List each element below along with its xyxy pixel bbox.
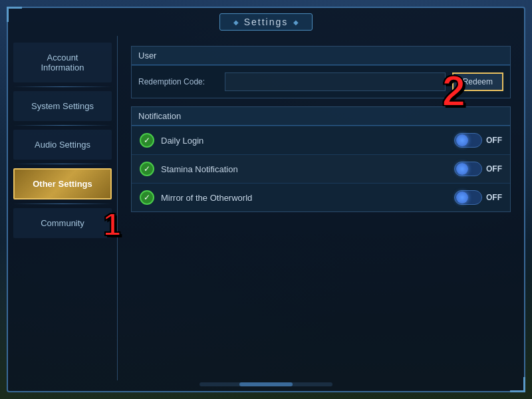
sidebar-item-label: Audio Settings	[35, 140, 90, 150]
sidebar-item-account-information[interactable]: AccountInformation	[13, 43, 112, 82]
scrollbar-thumb[interactable]	[239, 382, 293, 386]
sidebar-item-label: System Settings	[31, 101, 94, 111]
stamina-toggle-state: OFF	[486, 164, 502, 174]
stamina-toggle[interactable]: OFF	[454, 162, 502, 176]
sidebar-item-community[interactable]: Community	[13, 208, 112, 238]
scrollbar-track	[200, 382, 332, 386]
sidebar-divider-3	[13, 164, 112, 164]
sidebar-item-label: Other Settings	[33, 179, 92, 189]
toggle-knob-stamina	[456, 163, 468, 175]
toggle-switch-daily-login[interactable]	[454, 133, 482, 148]
user-section-label: User	[138, 51, 156, 61]
redemption-row: Redemption Code: Redeem	[132, 65, 510, 98]
check-icon-stamina: ✓	[140, 162, 154, 176]
sidebar-item-label: AccountInformation	[41, 53, 84, 72]
sidebar-divider-4	[13, 203, 112, 204]
user-section-header: User	[132, 47, 510, 65]
sidebar-item-other-settings[interactable]: Other Settings	[13, 168, 112, 200]
title-bar: Settings	[8, 8, 524, 36]
notification-section: Notification ✓ Daily Login OFF	[131, 106, 511, 212]
sidebar-item-label: Community	[41, 218, 84, 228]
daily-login-label: Daily Login	[161, 136, 454, 146]
bottom-bar	[8, 380, 524, 391]
main-content: User Redemption Code: Redeem Notificatio…	[118, 36, 524, 380]
toggle-switch-mirror[interactable]	[454, 190, 482, 205]
redemption-code-label: Redemption Code:	[138, 77, 218, 86]
notification-section-header: Notification	[132, 107, 510, 126]
redeem-button[interactable]: Redeem	[452, 72, 503, 91]
redemption-code-input[interactable]	[225, 72, 446, 91]
mirror-toggle[interactable]: OFF	[454, 190, 502, 205]
checkmark-icon: ✓	[144, 164, 150, 174]
toggle-switch-stamina[interactable]	[454, 162, 482, 176]
checkmark-icon: ✓	[144, 136, 150, 145]
user-section: User Redemption Code: Redeem	[131, 46, 511, 98]
checkmark-icon: ✓	[144, 193, 150, 202]
sidebar-item-system-settings[interactable]: System Settings	[13, 91, 112, 121]
check-icon-mirror: ✓	[140, 190, 154, 205]
toggle-knob-daily-login	[456, 134, 468, 146]
content-area: AccountInformation System Settings Audio…	[8, 36, 524, 380]
daily-login-toggle-state: OFF	[486, 136, 502, 145]
toggle-knob-mirror	[456, 192, 468, 203]
notification-label: Notification	[138, 111, 181, 121]
notification-row-daily-login: ✓ Daily Login OFF	[132, 126, 510, 154]
title-bar-decoration: Settings	[219, 13, 313, 31]
sidebar-divider-2	[13, 125, 112, 126]
mirror-label: Mirror of the Otherworld	[161, 193, 454, 203]
page-title: Settings	[244, 17, 289, 27]
mirror-toggle-state: OFF	[486, 193, 502, 202]
sidebar-item-audio-settings[interactable]: Audio Settings	[13, 130, 112, 160]
notification-row-stamina: ✓ Stamina Notification OFF	[132, 154, 510, 183]
sidebar-divider-1	[13, 86, 112, 87]
sidebar: AccountInformation System Settings Audio…	[8, 36, 118, 380]
daily-login-toggle[interactable]: OFF	[454, 133, 502, 148]
notification-row-mirror: ✓ Mirror of the Otherworld OFF	[132, 183, 510, 211]
stamina-label: Stamina Notification	[161, 164, 454, 174]
check-icon-daily-login: ✓	[140, 133, 154, 148]
main-panel: Settings AccountInformation System Setti…	[7, 7, 525, 392]
